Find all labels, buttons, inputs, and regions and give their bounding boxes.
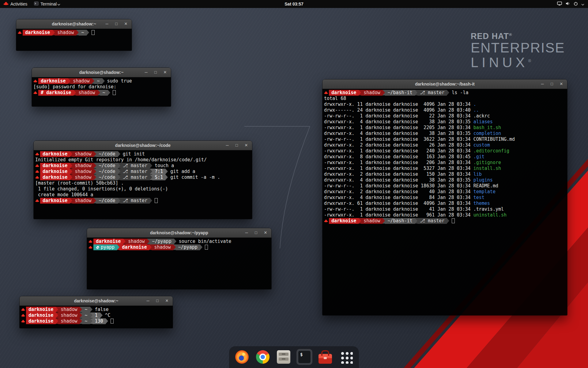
dock-item-app-grid[interactable] — [338, 349, 354, 365]
output-line: drwxrwxr-x. 11 darknoise darknoise 4096 … — [324, 102, 566, 107]
window-title: darknoise@shadow:~ — [74, 298, 119, 303]
close-button[interactable]: ✕ — [165, 299, 169, 303]
prompt-line: darknoiseshadow~/code⎇ master?:1git add … — [35, 169, 251, 174]
window-titlebar[interactable]: darknoise@shadow:~─□✕ — [32, 68, 171, 77]
output-text: -rwxrwxr-x. 1 darknoise darknoise 206 Ja… — [324, 160, 473, 165]
prompt-segment-path: ~/bash-it — [385, 218, 415, 224]
activities-button[interactable]: Activities — [0, 0, 31, 8]
command-text: git commit -a -m . — [170, 174, 220, 180]
powerline-arrow-icon — [70, 198, 72, 203]
prompt-line: darknoiseshadow~/code⎇ mastertouch a — [35, 163, 251, 169]
output-text: bash_it.sh — [473, 125, 501, 130]
prompt-segment-host: shadow — [58, 307, 80, 312]
output-text: .travis.yml — [473, 206, 504, 212]
window-titlebar[interactable]: darknoise@shadow:~─□✕ — [16, 19, 132, 29]
close-button[interactable]: ✕ — [163, 70, 167, 75]
dock-item-chrome[interactable] — [255, 349, 271, 365]
window-titlebar[interactable]: darknoise@shadow:~─□✕ — [20, 296, 173, 306]
terminal-content[interactable]: darknoiseshadow~falsedarknoiseshadow~1^C… — [20, 306, 173, 325]
powerline-arrow-icon — [447, 90, 449, 95]
close-button[interactable]: ✕ — [263, 231, 268, 235]
prompt-segment-git: ⎇ master — [417, 90, 447, 96]
output-line: Initialized empty Git repository in /hom… — [35, 157, 251, 163]
minimize-button[interactable]: ─ — [244, 231, 249, 235]
powerline-arrow-icon — [415, 218, 417, 224]
prompt-segment-git: ⎇ master — [120, 198, 150, 204]
prompt-segment-user: darknoise — [26, 318, 56, 324]
prompt-segment-path: ~ — [82, 318, 90, 324]
powerline-arrow-icon — [118, 174, 120, 180]
terminal-content[interactable]: darknoiseshadow~ — [16, 29, 132, 36]
prompt-segment-user: darknoise — [40, 198, 70, 204]
powerline-arrow-icon — [70, 174, 72, 180]
powerline-arrow-icon — [147, 239, 149, 244]
terminal-content[interactable]: darknoiseshadow~sudo true[sudo] password… — [32, 77, 171, 97]
redhat-prompt-icon — [324, 90, 329, 96]
dock-item-files[interactable] — [276, 349, 292, 365]
terminal-content[interactable]: darknoiseshadow~/pyappsource bin/activat… — [87, 238, 271, 251]
powerline-arrow-icon — [94, 163, 96, 168]
system-status-area[interactable] — [554, 0, 587, 8]
output-line: drwxrwxr-x. 4 darknoise darknoise 84 Jan… — [324, 195, 566, 201]
powerline-arrow-icon — [90, 318, 92, 324]
minimize-button[interactable]: ─ — [225, 143, 229, 148]
maximize-button[interactable]: □ — [155, 299, 160, 303]
powerline-arrow-icon — [90, 312, 92, 318]
powerline-arrow-icon — [383, 218, 385, 224]
dock-item-terminal[interactable] — [296, 349, 312, 365]
terminal-content[interactable]: darknoiseshadow~/bash-it⎇ masterls -lato… — [322, 89, 567, 225]
dock-item-firefox[interactable] — [234, 349, 250, 365]
redhat-prompt-icon — [89, 244, 93, 250]
powerline-arrow-icon — [106, 318, 108, 324]
prompt-segment-user: darknoise — [38, 78, 68, 84]
window-titlebar[interactable]: darknoise@shadow:~/pyapp─□✕ — [87, 228, 271, 238]
powerline-arrow-icon — [94, 198, 96, 203]
output-line: drwx------. 24 darknoise darknoise 4096 … — [324, 107, 566, 113]
output-line: drwxrwxr-x. 2 darknoise darknoise 150 Ja… — [324, 171, 566, 177]
powerline-arrow-icon — [173, 244, 176, 250]
terminal-content[interactable]: darknoiseshadow~/codegit initInitialized… — [34, 150, 252, 205]
dock-item-toolbox[interactable] — [317, 349, 333, 365]
close-button[interactable]: ✕ — [559, 82, 564, 86]
powerline-arrow-icon — [94, 169, 96, 174]
prompt-segment-user: darknoise — [40, 151, 70, 157]
output-line: -rw-rw-r--. 1 darknoise darknoise 22 Jan… — [324, 113, 566, 119]
prompt-segment-status: S:1 — [152, 174, 165, 180]
python-icon — [96, 244, 100, 250]
powerline-arrow-icon — [87, 30, 89, 35]
command-text: ls -la — [452, 90, 468, 95]
maximize-button[interactable]: □ — [235, 143, 239, 148]
output-line: total 68 — [324, 96, 566, 102]
toolbox-icon — [318, 354, 332, 364]
maximize-button[interactable]: □ — [254, 231, 258, 235]
minimize-button[interactable]: ─ — [144, 70, 148, 75]
window-titlebar[interactable]: darknoise@shadow:~/bash-it─□✕ — [322, 79, 567, 89]
minimize-button[interactable]: ─ — [105, 22, 109, 26]
prompt-segment-user: darknoise — [93, 239, 123, 244]
output-line: -rwxrwxr-x. 1 darknoise darknoise 961 Ja… — [324, 212, 566, 218]
close-button[interactable]: ✕ — [244, 143, 248, 148]
files-icon — [277, 350, 290, 364]
powerline-arrow-icon — [80, 312, 82, 318]
output-text: -rwxrwxr-x. 1 darknoise darknoise 961 Ja… — [324, 212, 473, 218]
window-controls: ─□✕ — [144, 68, 167, 77]
prompt-segment-path: ~ — [79, 30, 86, 36]
clock[interactable]: Sat 03:57 — [281, 0, 306, 8]
rhel-branding: RED HAT® ENTERPRISE LINUX® — [471, 32, 565, 70]
window-titlebar[interactable]: darknoise@shadow:~/code─□✕ — [34, 141, 252, 150]
prompt-segment-host: shadow — [72, 151, 94, 157]
output-text: -rw-rw-r--. 1 darknoise darknoise 22 Jan… — [324, 113, 473, 119]
app-menu-terminal[interactable]: Terminal — [31, 0, 64, 8]
maximize-button[interactable]: □ — [153, 70, 158, 75]
powerline-arrow-icon — [102, 78, 105, 84]
minimize-button[interactable]: ─ — [146, 299, 150, 303]
maximize-button[interactable]: □ — [550, 82, 554, 86]
maximize-button[interactable]: □ — [114, 22, 119, 26]
minimize-button[interactable]: ─ — [540, 82, 545, 86]
output-line: -rw-rw-r--. 1 darknoise darknoise 3622 J… — [324, 136, 566, 142]
close-button[interactable]: ✕ — [124, 22, 128, 26]
window-controls: ─□✕ — [244, 228, 268, 237]
prompt-segment-host: shadow — [76, 90, 97, 96]
powerline-arrow-icon — [150, 198, 152, 203]
redhat-prompt-icon — [35, 198, 40, 204]
